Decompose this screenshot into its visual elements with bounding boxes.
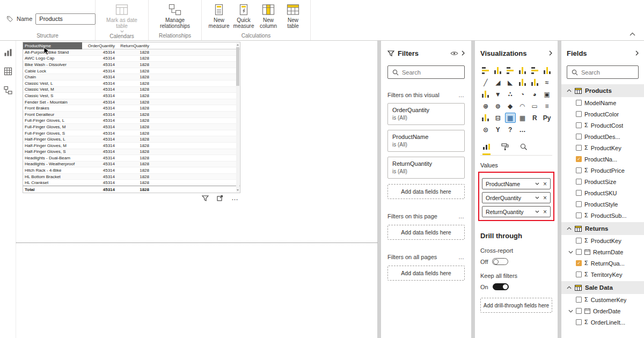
table-name-input[interactable]	[35, 13, 96, 25]
field-row[interactable]: ✓ Σ CustomerKey	[561, 294, 644, 305]
area-chart-icon[interactable]: ◢	[493, 77, 503, 87]
stacked-column-chart-icon[interactable]	[493, 65, 503, 76]
column-header-orderquantity[interactable]: OrderQuantity	[82, 43, 116, 48]
clustered-column-chart-icon[interactable]	[517, 65, 528, 76]
filter-card[interactable]: ReturnQuantity is (All)	[387, 157, 465, 179]
field-checkbox[interactable]: ✓	[576, 201, 582, 207]
donut-chart-icon[interactable]: ◕	[529, 89, 540, 99]
field-well[interactable]: ReturnQuantity ×	[482, 206, 551, 217]
section-more-options-icon[interactable]: …	[458, 254, 465, 260]
ribbon-chart-icon[interactable]: ≈	[541, 77, 552, 87]
eye-icon[interactable]	[450, 51, 458, 56]
field-checkbox[interactable]: ✓	[576, 212, 582, 218]
matrix-icon[interactable]: ▦	[517, 113, 528, 123]
funnel-chart-icon[interactable]: ▼	[493, 89, 503, 99]
key-influencers-icon[interactable]: ⊙	[480, 124, 491, 135]
clustered-bar-chart-icon[interactable]	[505, 65, 516, 76]
field-row[interactable]: ✓ Σ ProductKey	[561, 142, 644, 153]
stacked-area-chart-icon[interactable]: ◣	[505, 77, 516, 87]
field-checkbox[interactable]: ✓	[576, 122, 582, 128]
field-checkbox[interactable]: ✓	[576, 145, 582, 151]
field-table-header[interactable]: Returns	[561, 222, 644, 235]
field-checkbox[interactable]: ✓	[576, 271, 582, 277]
multi-row-card-icon[interactable]: ≡	[541, 101, 552, 111]
filter-card[interactable]: OrderQuantity is (All)	[387, 103, 465, 125]
field-row[interactable]: ✓ Σ ProductSub...	[561, 210, 644, 221]
field-table-header[interactable]: Sale Data	[561, 281, 644, 294]
collapse-pane-icon[interactable]	[462, 50, 465, 56]
add-data-fields-dropzone[interactable]: Add data fields here	[387, 184, 465, 199]
collapse-ribbon-button[interactable]	[630, 32, 635, 36]
collapse-pane-icon[interactable]	[635, 50, 639, 56]
remove-field-icon[interactable]: ×	[543, 209, 547, 215]
fields-search[interactable]	[567, 65, 639, 79]
field-checkbox[interactable]: ✓	[576, 179, 582, 185]
field-row[interactable]: ✓ Σ ProductStyle	[561, 199, 644, 210]
section-more-options-icon[interactable]: …	[458, 92, 465, 98]
expand-chevron-icon[interactable]	[568, 310, 573, 313]
field-checkbox[interactable]: ✓	[576, 308, 582, 314]
add-drill-through-fields-dropzone[interactable]: Add drill-through fields here	[480, 298, 552, 313]
field-checkbox[interactable]: ✓	[576, 134, 582, 139]
field-row[interactable]: ✓ Σ ProductSKU	[561, 187, 644, 199]
report-view-button[interactable]	[4, 48, 12, 57]
expand-chevron-icon[interactable]	[568, 251, 573, 254]
waterfall-chart-icon[interactable]	[480, 89, 491, 99]
scrollbar-thumb[interactable]	[236, 47, 239, 86]
field-row[interactable]: ✓ Σ ProductSize	[561, 176, 644, 187]
shape-map-icon[interactable]: ◆	[505, 101, 516, 111]
collapse-chevron-icon[interactable]	[567, 227, 572, 230]
field-row[interactable]: ✓ Σ ProductPrice	[561, 165, 644, 176]
manage-relationships-button[interactable]: Manage relationships	[154, 2, 196, 29]
cross-report-toggle[interactable]	[492, 258, 508, 265]
field-row[interactable]: ✓ Σ ReturnDate	[561, 246, 644, 258]
scatter-chart-icon[interactable]: ∴	[505, 89, 516, 99]
model-view-button[interactable]	[4, 86, 12, 94]
100-stacked-column-chart-icon[interactable]	[541, 65, 552, 76]
visual-scrollbar[interactable]	[236, 43, 239, 192]
100-stacked-bar-chart-icon[interactable]	[529, 65, 540, 76]
field-row[interactable]: ✓ Σ TerritoryKey	[561, 269, 644, 280]
map-icon[interactable]: ⊕	[480, 101, 491, 111]
qa-visual-icon[interactable]: ?	[505, 124, 516, 135]
more-visuals-icon[interactable]: …	[517, 124, 528, 135]
new-table-button[interactable]: New table	[281, 2, 305, 29]
more-options-icon[interactable]: …	[231, 196, 238, 200]
line-chart-icon[interactable]: ╱	[480, 77, 491, 87]
field-row[interactable]: ✓ Σ ProductNa...	[561, 153, 644, 165]
table-icon[interactable]: ▦	[505, 113, 516, 123]
visual-filter-icon[interactable]	[202, 195, 209, 201]
filter-card[interactable]: ProductName is (All)	[387, 130, 465, 152]
field-checkbox[interactable]: ✓	[576, 260, 582, 266]
field-well[interactable]: ProductName ×	[482, 178, 551, 189]
line-and-clustered-column-chart-icon[interactable]	[529, 77, 540, 87]
field-checkbox[interactable]: ✓	[576, 190, 582, 196]
new-column-button[interactable]: New column	[257, 2, 280, 29]
keep-all-filters-toggle[interactable]	[493, 283, 509, 290]
decomposition-tree-icon[interactable]: Y	[493, 124, 503, 135]
pie-chart-icon[interactable]: ◔	[517, 89, 528, 99]
chevron-down-icon[interactable]	[535, 182, 539, 185]
slicer-icon[interactable]: ⊟	[493, 113, 503, 123]
filled-map-icon[interactable]: ⊚	[493, 101, 503, 111]
field-row[interactable]: ✓ Σ ProductColor	[561, 108, 644, 120]
collapse-chevron-icon[interactable]	[567, 89, 572, 92]
focus-mode-icon[interactable]	[217, 195, 223, 201]
r-script-visual-icon[interactable]: R	[529, 113, 540, 123]
field-checkbox[interactable]: ✓	[576, 100, 582, 106]
tab-format[interactable]	[501, 143, 509, 155]
field-checkbox[interactable]: ✓	[576, 319, 582, 325]
field-checkbox[interactable]: ✓	[576, 297, 582, 303]
treemap-icon[interactable]: ▣	[541, 89, 552, 99]
field-checkbox[interactable]: ✓	[576, 238, 582, 244]
field-checkbox[interactable]: ✓	[576, 249, 582, 255]
field-row[interactable]: ✓ Σ OrderLineIt...	[561, 317, 644, 328]
fields-search-input[interactable]	[581, 69, 634, 76]
field-checkbox[interactable]: ✓	[576, 156, 582, 162]
table-visual[interactable]: ProductName OrderQuantity ReturnQuantity…	[23, 42, 240, 193]
card-icon[interactable]: ▭	[529, 101, 540, 111]
chevron-down-icon[interactable]	[535, 210, 539, 213]
field-row[interactable]: ✓ Σ ModelName	[561, 97, 644, 108]
section-more-options-icon[interactable]: …	[458, 213, 465, 219]
line-and-stacked-column-chart-icon[interactable]	[517, 77, 528, 87]
